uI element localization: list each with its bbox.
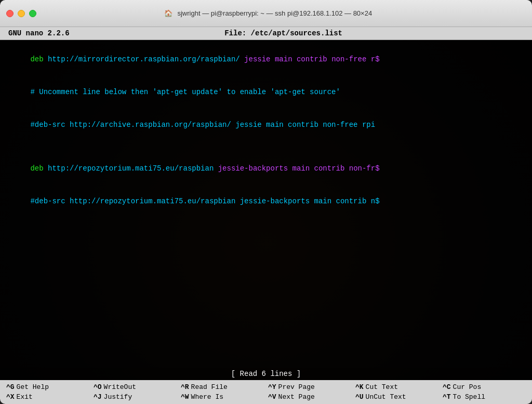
terminal-area[interactable]: deb http://mirrordirector.raspbian.org/r… xyxy=(0,40,532,368)
traffic-lights xyxy=(6,10,36,17)
line1-deb: deb xyxy=(30,55,48,63)
shortcut-key-o: ^O xyxy=(94,383,102,391)
nano-file-label: File: /etc/apt/sources.list xyxy=(224,29,342,37)
shortcut-key-k: ^K xyxy=(355,383,364,391)
home-icon: 🏠 xyxy=(164,9,172,17)
window-title: 🏠 sjwright — pi@raspberrypi: ~ — ssh pi@… xyxy=(36,9,500,17)
shortcut-label-get-help: Get Help xyxy=(17,383,49,391)
terminal-line-2: # Uncomment line below then 'apt-get upd… xyxy=(4,76,528,109)
terminal-line-4 xyxy=(4,141,528,152)
shortcut-next-page[interactable]: ^V Next Page xyxy=(266,392,353,402)
terminal-empty-4 xyxy=(4,251,528,262)
terminal-empty-3 xyxy=(4,240,528,251)
line5-deb: deb xyxy=(30,164,48,173)
terminal-line-3: #deb-src http://archive.raspbian.org/ras… xyxy=(4,109,528,141)
shortcut-writeout[interactable]: ^O WriteOut xyxy=(91,382,179,392)
line1-url: http://mirrordirector.raspbian.org/raspb… xyxy=(48,55,240,63)
shortcut-key-c: ^C xyxy=(443,383,451,391)
title-text: sjwright — pi@raspberrypi: ~ — ssh pi@19… xyxy=(177,9,372,17)
shortcut-key-y: ^Y xyxy=(268,383,276,391)
terminal-empty-1 xyxy=(4,218,528,229)
line6-debsrc: #deb-src http://repozytorium.mati75.eu/r… xyxy=(30,197,379,205)
shortcut-read-file[interactable]: ^R Read File xyxy=(179,382,266,392)
titlebar: 🏠 sjwright — pi@raspberrypi: ~ — ssh pi@… xyxy=(0,0,532,27)
status-bar: [ Read 6 lines ] xyxy=(0,368,532,380)
shortcut-label-where-is: Where Is xyxy=(191,393,223,401)
shortcut-label-read-file: Read File xyxy=(191,383,228,391)
status-message: [ Read 6 lines ] xyxy=(231,370,301,378)
shortcut-key-j: ^J xyxy=(94,393,102,401)
terminal-empty-7 xyxy=(4,283,528,294)
shortcut-label-to-spell: To Spell xyxy=(453,393,485,401)
terminal-empty-2 xyxy=(4,229,528,240)
terminal-empty-5 xyxy=(4,262,528,272)
shortcut-where-is[interactable]: ^W Where Is xyxy=(179,392,266,402)
terminal-line-5: deb http://repozytorium.mati75.eu/raspbi… xyxy=(4,152,528,185)
shortcut-cut-text[interactable]: ^K Cut Text xyxy=(353,382,441,392)
line5-components: main contrib non-fr$ xyxy=(288,164,379,173)
shortcut-key-t: ^T xyxy=(443,393,451,401)
shortcut-label-justify: Justify xyxy=(104,393,132,401)
shortcut-key-v: ^V xyxy=(268,393,276,401)
shortcut-justify[interactable]: ^J Justify xyxy=(91,392,179,402)
line5-url: http://repozytorium.mati75.eu/raspbian xyxy=(48,164,214,173)
shortcut-label-next-page: Next Page xyxy=(278,393,315,401)
terminal-empty-8 xyxy=(4,294,528,305)
shortcut-to-spell[interactable]: ^T To Spell xyxy=(441,392,528,402)
terminal-empty-6 xyxy=(4,272,528,283)
shortcut-label-exit: Exit xyxy=(17,393,33,401)
line2-comment: # Uncomment line below then 'apt-get upd… xyxy=(30,88,340,96)
shortcut-label-writeout: WriteOut xyxy=(104,383,136,391)
shortcut-key-u: ^U xyxy=(355,393,364,401)
shortcut-get-help[interactable]: ^G Get Help xyxy=(4,382,91,392)
shortcut-label-prev-page: Prev Page xyxy=(278,383,315,391)
shortcut-key-g: ^G xyxy=(6,383,15,391)
window: 🏠 sjwright — pi@raspberrypi: ~ — ssh pi@… xyxy=(0,0,532,404)
nano-header: GNU nano 2.2.6 File: /etc/apt/sources.li… xyxy=(0,27,532,40)
shortcut-label-cur-pos: Cur Pos xyxy=(453,383,482,391)
shortcut-key-x: ^X xyxy=(6,393,15,401)
shortcut-key-w: ^W xyxy=(181,393,189,401)
terminal-empty-10 xyxy=(4,316,528,327)
terminal-line-1: deb http://mirrordirector.raspbian.org/r… xyxy=(4,43,528,76)
shortcut-exit[interactable]: ^X Exit xyxy=(4,392,91,402)
close-button[interactable] xyxy=(6,10,14,17)
line1-suite: jessie xyxy=(240,55,275,63)
shortcut-cur-pos[interactable]: ^C Cur Pos xyxy=(441,382,528,392)
terminal-line-6: #deb-src http://repozytorium.mati75.eu/r… xyxy=(4,185,528,218)
shortcuts-bar: ^G Get Help ^O WriteOut ^R Read File ^Y … xyxy=(0,380,532,404)
shortcut-label-cut-text: Cut Text xyxy=(366,383,398,391)
line1-components: main contrib non-free r$ xyxy=(275,55,380,63)
line5-suite: jessie-backports xyxy=(214,164,288,173)
line3-debsrc: #deb-src http://archive.raspbian.org/ras… xyxy=(30,121,375,129)
shortcut-label-uncut-text: UnCut Text xyxy=(366,393,406,401)
minimize-button[interactable] xyxy=(18,10,25,17)
shortcut-uncut-text[interactable]: ^U UnCut Text xyxy=(353,392,441,402)
terminal-empty-9 xyxy=(4,305,528,316)
shortcut-key-r: ^R xyxy=(181,383,189,391)
maximize-button[interactable] xyxy=(29,10,36,17)
shortcut-prev-page[interactable]: ^Y Prev Page xyxy=(266,382,353,392)
nano-app-label: GNU nano 2.2.6 xyxy=(8,29,70,37)
